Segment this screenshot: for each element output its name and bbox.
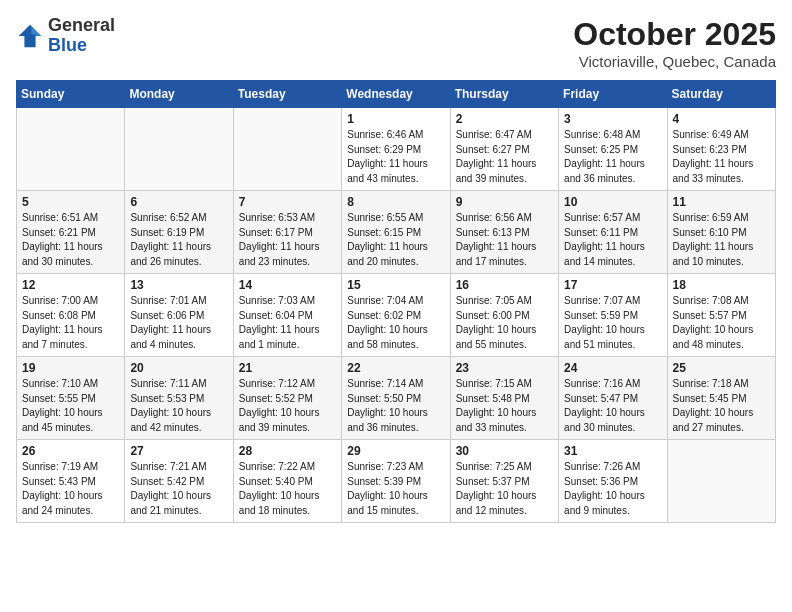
- calendar-cell: 12Sunrise: 7:00 AM Sunset: 6:08 PM Dayli…: [17, 274, 125, 357]
- location-subtitle: Victoriaville, Quebec, Canada: [573, 53, 776, 70]
- day-number: 15: [347, 278, 444, 292]
- calendar-week-1: 1Sunrise: 6:46 AM Sunset: 6:29 PM Daylig…: [17, 108, 776, 191]
- day-info: Sunrise: 6:51 AM Sunset: 6:21 PM Dayligh…: [22, 211, 119, 269]
- weekday-header-monday: Monday: [125, 81, 233, 108]
- day-info: Sunrise: 6:47 AM Sunset: 6:27 PM Dayligh…: [456, 128, 553, 186]
- calendar-cell: 13Sunrise: 7:01 AM Sunset: 6:06 PM Dayli…: [125, 274, 233, 357]
- calendar-cell: 22Sunrise: 7:14 AM Sunset: 5:50 PM Dayli…: [342, 357, 450, 440]
- calendar-cell: 27Sunrise: 7:21 AM Sunset: 5:42 PM Dayli…: [125, 440, 233, 523]
- day-info: Sunrise: 7:15 AM Sunset: 5:48 PM Dayligh…: [456, 377, 553, 435]
- calendar-cell: 20Sunrise: 7:11 AM Sunset: 5:53 PM Dayli…: [125, 357, 233, 440]
- weekday-header-wednesday: Wednesday: [342, 81, 450, 108]
- day-number: 21: [239, 361, 336, 375]
- calendar-cell: 14Sunrise: 7:03 AM Sunset: 6:04 PM Dayli…: [233, 274, 341, 357]
- day-info: Sunrise: 7:25 AM Sunset: 5:37 PM Dayligh…: [456, 460, 553, 518]
- day-number: 9: [456, 195, 553, 209]
- day-number: 31: [564, 444, 661, 458]
- day-info: Sunrise: 6:48 AM Sunset: 6:25 PM Dayligh…: [564, 128, 661, 186]
- day-number: 22: [347, 361, 444, 375]
- day-number: 25: [673, 361, 770, 375]
- day-info: Sunrise: 7:05 AM Sunset: 6:00 PM Dayligh…: [456, 294, 553, 352]
- day-info: Sunrise: 6:56 AM Sunset: 6:13 PM Dayligh…: [456, 211, 553, 269]
- calendar-cell: [17, 108, 125, 191]
- day-info: Sunrise: 6:59 AM Sunset: 6:10 PM Dayligh…: [673, 211, 770, 269]
- day-info: Sunrise: 7:18 AM Sunset: 5:45 PM Dayligh…: [673, 377, 770, 435]
- day-number: 27: [130, 444, 227, 458]
- day-number: 10: [564, 195, 661, 209]
- day-info: Sunrise: 7:03 AM Sunset: 6:04 PM Dayligh…: [239, 294, 336, 352]
- calendar-cell: 31Sunrise: 7:26 AM Sunset: 5:36 PM Dayli…: [559, 440, 667, 523]
- day-info: Sunrise: 7:26 AM Sunset: 5:36 PM Dayligh…: [564, 460, 661, 518]
- calendar-cell: 2Sunrise: 6:47 AM Sunset: 6:27 PM Daylig…: [450, 108, 558, 191]
- weekday-header-tuesday: Tuesday: [233, 81, 341, 108]
- calendar-cell: [125, 108, 233, 191]
- day-number: 23: [456, 361, 553, 375]
- day-number: 29: [347, 444, 444, 458]
- title-block: October 2025 Victoriaville, Quebec, Cana…: [573, 16, 776, 70]
- day-info: Sunrise: 7:14 AM Sunset: 5:50 PM Dayligh…: [347, 377, 444, 435]
- page-header: General Blue October 2025 Victoriaville,…: [16, 16, 776, 70]
- day-info: Sunrise: 7:21 AM Sunset: 5:42 PM Dayligh…: [130, 460, 227, 518]
- calendar-cell: 1Sunrise: 6:46 AM Sunset: 6:29 PM Daylig…: [342, 108, 450, 191]
- calendar-cell: 24Sunrise: 7:16 AM Sunset: 5:47 PM Dayli…: [559, 357, 667, 440]
- day-number: 19: [22, 361, 119, 375]
- weekday-header-row: SundayMondayTuesdayWednesdayThursdayFrid…: [17, 81, 776, 108]
- day-info: Sunrise: 7:10 AM Sunset: 5:55 PM Dayligh…: [22, 377, 119, 435]
- day-number: 30: [456, 444, 553, 458]
- calendar-week-4: 19Sunrise: 7:10 AM Sunset: 5:55 PM Dayli…: [17, 357, 776, 440]
- logo-general-text: General: [48, 16, 115, 36]
- day-number: 28: [239, 444, 336, 458]
- calendar-cell: 30Sunrise: 7:25 AM Sunset: 5:37 PM Dayli…: [450, 440, 558, 523]
- calendar-cell: 6Sunrise: 6:52 AM Sunset: 6:19 PM Daylig…: [125, 191, 233, 274]
- calendar-cell: 3Sunrise: 6:48 AM Sunset: 6:25 PM Daylig…: [559, 108, 667, 191]
- calendar-cell: 25Sunrise: 7:18 AM Sunset: 5:45 PM Dayli…: [667, 357, 775, 440]
- calendar-cell: 5Sunrise: 6:51 AM Sunset: 6:21 PM Daylig…: [17, 191, 125, 274]
- day-number: 2: [456, 112, 553, 126]
- day-info: Sunrise: 7:16 AM Sunset: 5:47 PM Dayligh…: [564, 377, 661, 435]
- day-info: Sunrise: 7:11 AM Sunset: 5:53 PM Dayligh…: [130, 377, 227, 435]
- month-year-title: October 2025: [573, 16, 776, 53]
- calendar-cell: 11Sunrise: 6:59 AM Sunset: 6:10 PM Dayli…: [667, 191, 775, 274]
- day-number: 5: [22, 195, 119, 209]
- day-info: Sunrise: 7:01 AM Sunset: 6:06 PM Dayligh…: [130, 294, 227, 352]
- day-info: Sunrise: 7:00 AM Sunset: 6:08 PM Dayligh…: [22, 294, 119, 352]
- weekday-header-saturday: Saturday: [667, 81, 775, 108]
- day-number: 7: [239, 195, 336, 209]
- day-number: 17: [564, 278, 661, 292]
- calendar-week-3: 12Sunrise: 7:00 AM Sunset: 6:08 PM Dayli…: [17, 274, 776, 357]
- calendar-week-2: 5Sunrise: 6:51 AM Sunset: 6:21 PM Daylig…: [17, 191, 776, 274]
- day-number: 3: [564, 112, 661, 126]
- calendar-cell: 23Sunrise: 7:15 AM Sunset: 5:48 PM Dayli…: [450, 357, 558, 440]
- day-number: 20: [130, 361, 227, 375]
- calendar-table: SundayMondayTuesdayWednesdayThursdayFrid…: [16, 80, 776, 523]
- day-info: Sunrise: 6:49 AM Sunset: 6:23 PM Dayligh…: [673, 128, 770, 186]
- day-info: Sunrise: 7:12 AM Sunset: 5:52 PM Dayligh…: [239, 377, 336, 435]
- day-info: Sunrise: 7:23 AM Sunset: 5:39 PM Dayligh…: [347, 460, 444, 518]
- svg-marker-1: [30, 25, 41, 36]
- day-number: 16: [456, 278, 553, 292]
- calendar-cell: 17Sunrise: 7:07 AM Sunset: 5:59 PM Dayli…: [559, 274, 667, 357]
- day-number: 11: [673, 195, 770, 209]
- day-number: 14: [239, 278, 336, 292]
- calendar-cell: 29Sunrise: 7:23 AM Sunset: 5:39 PM Dayli…: [342, 440, 450, 523]
- calendar-cell: 28Sunrise: 7:22 AM Sunset: 5:40 PM Dayli…: [233, 440, 341, 523]
- logo: General Blue: [16, 16, 115, 56]
- calendar-cell: 8Sunrise: 6:55 AM Sunset: 6:15 PM Daylig…: [342, 191, 450, 274]
- day-number: 13: [130, 278, 227, 292]
- day-number: 12: [22, 278, 119, 292]
- day-number: 6: [130, 195, 227, 209]
- calendar-week-5: 26Sunrise: 7:19 AM Sunset: 5:43 PM Dayli…: [17, 440, 776, 523]
- day-info: Sunrise: 7:22 AM Sunset: 5:40 PM Dayligh…: [239, 460, 336, 518]
- logo-blue-text: Blue: [48, 36, 115, 56]
- weekday-header-friday: Friday: [559, 81, 667, 108]
- day-info: Sunrise: 7:07 AM Sunset: 5:59 PM Dayligh…: [564, 294, 661, 352]
- calendar-cell: 18Sunrise: 7:08 AM Sunset: 5:57 PM Dayli…: [667, 274, 775, 357]
- logo-text: General Blue: [48, 16, 115, 56]
- weekday-header-sunday: Sunday: [17, 81, 125, 108]
- day-info: Sunrise: 7:19 AM Sunset: 5:43 PM Dayligh…: [22, 460, 119, 518]
- day-info: Sunrise: 7:04 AM Sunset: 6:02 PM Dayligh…: [347, 294, 444, 352]
- day-number: 24: [564, 361, 661, 375]
- day-info: Sunrise: 6:55 AM Sunset: 6:15 PM Dayligh…: [347, 211, 444, 269]
- calendar-cell: 9Sunrise: 6:56 AM Sunset: 6:13 PM Daylig…: [450, 191, 558, 274]
- day-info: Sunrise: 6:53 AM Sunset: 6:17 PM Dayligh…: [239, 211, 336, 269]
